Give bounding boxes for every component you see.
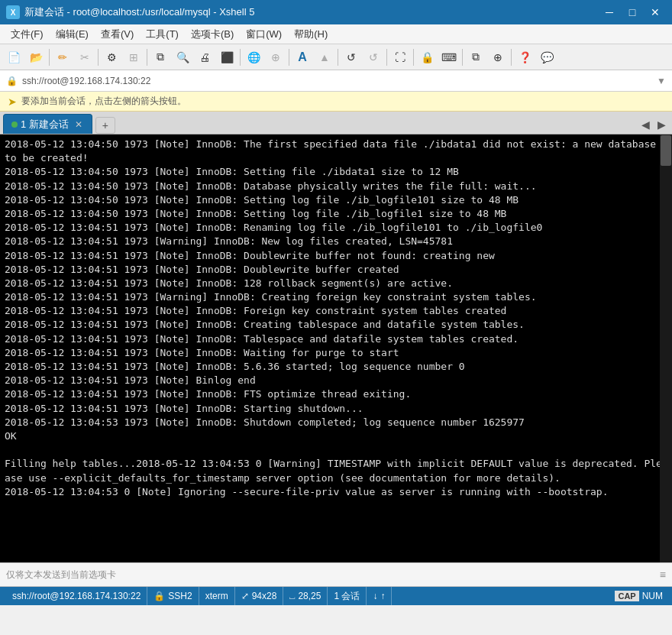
status-sessions: 1 会话 [328,587,367,605]
tb-plus[interactable]: ⊕ [487,47,509,68]
lock-icon: 🔒 [6,76,18,86]
tb-sep10 [511,49,512,66]
maximize-button[interactable]: □ [622,2,643,23]
input-placeholder: 仅将文本发送到当前选项卡 [6,569,116,582]
tb-sep2 [98,49,99,66]
tab-bar-right: ◀ ▶ [638,117,669,134]
status-size-text: 94x28 [252,591,277,601]
tb-refresh2[interactable]: ↺ [363,47,384,68]
tb-lock[interactable]: 🔒 [416,47,438,68]
status-term: xterm [199,587,235,605]
info-bar: ➤ 要添加当前会话，点击左侧的箭头按钮。 [0,92,672,112]
menu-edit[interactable]: 编辑(E) [50,26,95,43]
tb-refresh[interactable]: ↺ [341,47,362,68]
menu-bar: 文件(F) 编辑(E) 查看(V) 工具(T) 选项卡(B) 窗口(W) 帮助(… [0,24,672,44]
num-indicator: NUM [639,591,666,601]
tb-sep3 [147,49,147,66]
tab-prev-btn[interactable]: ◀ [638,117,653,132]
tb-fullscreen[interactable]: ⛶ [389,47,411,68]
menu-help[interactable]: 帮助(H) [288,26,334,43]
tb-new[interactable]: 📄 [3,47,24,68]
tab-label: 1 新建会话 [21,118,69,131]
address-text: ssh://root@192.168.174.130:22 [22,76,652,86]
tb-settings[interactable]: ⚙ [101,47,122,68]
tb-globe2[interactable]: ⊕ [265,47,286,68]
tb-font2[interactable]: ▲ [314,47,335,68]
tb-p2[interactable]: ⬛ [216,47,237,68]
upload-icon: ↑ [380,591,385,601]
status-cursor-icon: ⎵ [289,591,295,601]
tb-sep1 [49,49,50,66]
tb-search[interactable]: 🔍 [172,47,193,68]
input-bar: 仅将文本发送到当前选项卡 ≡ [0,562,672,587]
tab-bar-left: 1 新建会话 ✕ + [3,114,115,134]
terminal-scrollbar[interactable] [660,134,672,562]
tb-chat[interactable]: 💬 [536,47,557,68]
download-icon: ↓ [373,591,377,601]
tb-globe[interactable]: 🌐 [243,47,264,68]
title-bar-left: X 新建会话 - root@localhost:/usr/local/mysql… [6,5,254,19]
cap-indicator: CAP [615,591,638,601]
scrollbar-thumb[interactable] [661,135,671,166]
tb-monitor[interactable]: ⧉ [465,47,486,68]
tb-font[interactable]: A [292,47,313,68]
menu-tools[interactable]: 工具(T) [140,26,185,43]
input-expand-btn[interactable]: ≡ [660,569,666,581]
terminal[interactable]: 2018-05-12 13:04:50 1973 [Note] InnoDB: … [0,134,672,562]
tb-help[interactable]: ❓ [514,47,535,68]
tb-cut[interactable]: ✂ [74,47,95,68]
address-dropdown[interactable]: ▼ [657,76,666,86]
address-bar: 🔒 ssh://root@192.168.174.130:22 ▼ [0,70,672,92]
menu-tab[interactable]: 选项卡(B) [185,26,240,43]
status-ssh-text: SSH2 [168,591,192,601]
tab-status-dot [11,121,18,128]
tb-sep8 [413,49,414,66]
menu-file[interactable]: 文件(F) [5,26,50,43]
status-transfer: ↓ ↑ [367,587,392,605]
tb-print[interactable]: 🖨 [194,47,215,68]
toolbar: 📄 📂 ✏ ✂ ⚙ ⊞ ⧉ 🔍 🖨 ⬛ 🌐 ⊕ A ▲ ↺ ↺ ⛶ 🔒 ⌨ ⧉ … [0,44,672,70]
status-term-text: xterm [205,591,228,601]
status-cursor: ⎵ 28,25 [283,587,328,605]
status-size: ⤢ 94x28 [235,587,284,605]
tab-close-btn[interactable]: ✕ [75,119,82,130]
status-resize-icon: ⤢ [241,591,249,601]
status-lock-icon: 🔒 [153,591,165,601]
tab-bar: 1 新建会话 ✕ + ◀ ▶ [0,112,672,134]
status-path-text: ssh://root@192.168.174.130:22 [12,591,141,601]
tb-edit[interactable]: ✏ [52,47,73,68]
status-ssh: 🔒 SSH2 [147,587,199,605]
tb-kbd[interactable]: ⌨ [438,47,460,68]
tb-sep4 [240,49,241,66]
title-bar-controls: ─ □ ✕ [599,2,666,23]
menu-window[interactable]: 窗口(W) [240,26,288,43]
tab-next-btn[interactable]: ▶ [654,117,669,132]
info-icon: ➤ [8,96,17,108]
tb-copy[interactable]: ⧉ [150,47,171,68]
info-text: 要添加当前会话，点击左侧的箭头按钮。 [21,95,186,108]
minimize-button[interactable]: ─ [599,2,620,23]
status-bar: ssh://root@192.168.174.130:22 🔒 SSH2 xte… [0,587,672,605]
tb-sep6 [338,49,338,66]
window-title: 新建会话 - root@localhost:/usr/local/mysql -… [24,5,254,19]
status-sessions-text: 1 会话 [334,590,360,603]
tb-sep7 [386,49,387,66]
terminal-output: 2018-05-12 13:04:50 1973 [Note] InnoDB: … [5,138,667,499]
title-bar: X 新建会话 - root@localhost:/usr/local/mysql… [0,0,672,24]
status-cursor-text: 28,25 [298,591,321,601]
tb-open[interactable]: 📂 [25,47,47,68]
close-button[interactable]: ✕ [645,2,666,23]
tb-sep9 [462,49,463,66]
menu-view[interactable]: 查看(V) [95,26,140,43]
tb-config[interactable]: ⊞ [123,47,144,68]
tb-sep5 [289,49,289,66]
status-right: CAP NUM [615,591,666,601]
tab-add-button[interactable]: + [95,117,115,134]
app-icon: X [6,5,20,19]
status-path: ssh://root@192.168.174.130:22 [6,587,147,605]
tab-session1[interactable]: 1 新建会话 ✕ [3,114,92,134]
